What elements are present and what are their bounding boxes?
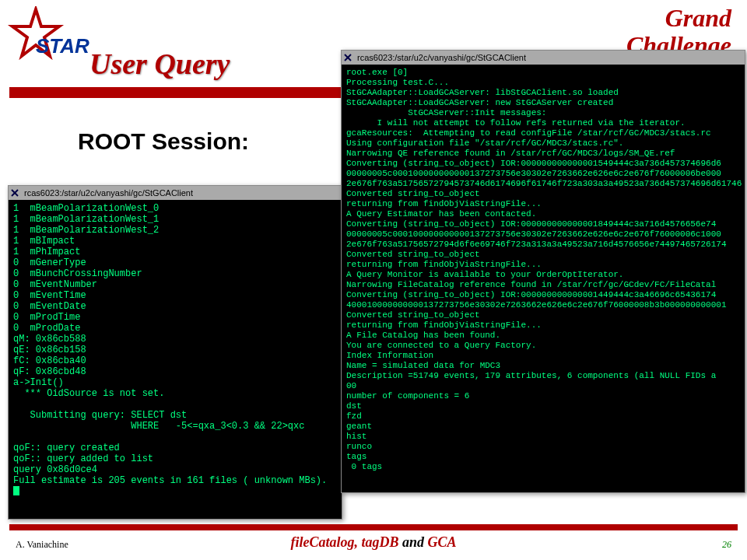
terminal-window-right: rcas6023:/star/u2c/vanyashi/gc/StGCAClie… bbox=[341, 50, 745, 493]
footer-text-b: and bbox=[398, 534, 427, 550]
footer-text-c: GCA bbox=[428, 534, 457, 550]
footer-page-number: 26 bbox=[722, 539, 731, 551]
slide-title: User Query bbox=[89, 47, 230, 81]
subtitle: ROOT Session: bbox=[78, 128, 249, 155]
x-icon bbox=[342, 54, 354, 61]
terminal-window-left: rcas6023:/star/u2c/vanyashi/gc/StGCAClie… bbox=[8, 185, 342, 520]
footer-text-a: fileCatalog, tagDB bbox=[290, 534, 398, 550]
x-icon bbox=[9, 189, 21, 197]
terminal-output: root.exe [0] Processing test.C... StGCAA… bbox=[342, 65, 745, 475]
footer-bar bbox=[9, 524, 738, 530]
terminal-title: rcas6023:/star/u2c/vanyashi/gc/StGCAClie… bbox=[21, 188, 193, 198]
terminal-titlebar[interactable]: rcas6023:/star/u2c/vanyashi/gc/StGCAClie… bbox=[9, 186, 342, 200]
star-logo: STAR bbox=[6, 6, 100, 83]
svg-text:STAR: STAR bbox=[36, 34, 89, 58]
terminal-output: 1 mBeamPolarizationWest_0 1 mBeamPolariz… bbox=[9, 200, 342, 501]
footer-center: fileCatalog, tagDB and GCA bbox=[0, 534, 747, 551]
terminal-titlebar[interactable]: rcas6023:/star/u2c/vanyashi/gc/StGCAClie… bbox=[342, 51, 745, 65]
terminal-title: rcas6023:/star/u2c/vanyashi/gc/StGCAClie… bbox=[354, 53, 526, 62]
grand-line1: Grand bbox=[626, 5, 731, 32]
